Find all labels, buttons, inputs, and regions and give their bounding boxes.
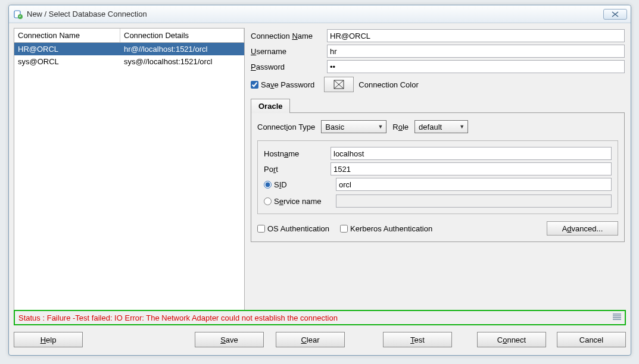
port-label: Port	[264, 165, 331, 174]
clear-button[interactable]: Clear	[276, 332, 345, 347]
hostname-input[interactable]	[331, 147, 612, 160]
test-button[interactable]: Test	[383, 332, 452, 347]
kerberos-auth-label: Kerberos Authentication	[350, 224, 432, 233]
connect-button[interactable]: Connect	[477, 332, 546, 347]
button-bar: Help Save Clear Test Connect Cancel	[14, 329, 626, 350]
conn-name-input[interactable]	[327, 29, 625, 42]
save-password-label: Save Password	[261, 80, 314, 89]
password-label: Password	[251, 62, 327, 71]
os-auth-checkbox[interactable]	[257, 225, 265, 233]
password-input[interactable]	[327, 60, 625, 73]
cell-conn-name: HR@ORCL	[14, 43, 120, 55]
close-button[interactable]	[603, 9, 627, 20]
connection-list[interactable]: Connection Name Connection Details HR@OR…	[14, 28, 245, 322]
os-auth-label: OS Authentication	[267, 224, 329, 233]
conn-name-label: Connection Name	[251, 32, 327, 40]
title-bar: New / Select Database Connection	[9, 5, 631, 23]
service-name-input	[336, 194, 612, 208]
port-input[interactable]	[331, 162, 612, 175]
connection-color-label: Connection Color	[359, 80, 418, 89]
conn-type-select[interactable]: Basic	[321, 120, 386, 133]
window-title: New / Select Database Connection	[27, 10, 603, 18]
dialog-window: New / Select Database Connection Connect…	[8, 5, 631, 356]
tab-strip: Oracle Connection Type Basic Role defaul…	[251, 98, 625, 242]
table-row[interactable]: HR@ORCL hr@//localhost:1521/orcl	[14, 43, 244, 55]
help-button[interactable]: Help	[14, 332, 83, 347]
tab-oracle[interactable]: Oracle	[251, 99, 290, 113]
save-button[interactable]: Save	[195, 332, 264, 347]
hostname-label: Hostname	[264, 149, 331, 158]
cancel-button[interactable]: Cancel	[557, 332, 626, 347]
role-label: Role	[392, 123, 409, 131]
table-row[interactable]: sys@ORCL sys@//localhost:1521/orcl	[14, 55, 244, 68]
username-label: Username	[251, 47, 327, 56]
cell-conn-details: hr@//localhost:1521/orcl	[120, 43, 244, 55]
cell-conn-details: sys@//localhost:1521/orcl	[120, 55, 244, 68]
tab-content: Connection Type Basic Role default Hostn…	[251, 112, 625, 242]
col-header-details: Connection Details	[120, 29, 244, 42]
role-select[interactable]: default	[414, 120, 468, 133]
service-name-radio[interactable]	[264, 197, 272, 205]
connection-color-button[interactable]	[324, 77, 354, 92]
connection-details-box: Hostname Port SID	[257, 140, 618, 214]
app-icon	[13, 9, 23, 20]
col-header-name: Connection Name	[14, 29, 120, 42]
advanced-button[interactable]: Advanced...	[547, 221, 618, 236]
status-bar: Status : Failure -Test failed: IO Error:…	[14, 310, 626, 325]
status-list-icon[interactable]	[613, 313, 621, 322]
sid-input[interactable]	[336, 178, 612, 191]
cell-conn-name: sys@ORCL	[14, 55, 120, 68]
sid-label: SID	[274, 180, 336, 189]
service-name-label: Service name	[274, 197, 336, 206]
kerberos-auth-checkbox[interactable]	[340, 225, 348, 233]
details-panel: Connection Name Username Password Save P…	[251, 28, 626, 322]
content-area: Connection Name Connection Details HR@OR…	[14, 28, 626, 322]
username-input[interactable]	[327, 45, 625, 58]
table-header: Connection Name Connection Details	[14, 29, 244, 43]
sid-radio[interactable]	[264, 181, 272, 189]
status-message: Status : Failure -Test failed: IO Error:…	[18, 313, 613, 322]
save-password-checkbox[interactable]	[251, 81, 258, 89]
conn-type-label: Connection Type	[257, 123, 315, 131]
